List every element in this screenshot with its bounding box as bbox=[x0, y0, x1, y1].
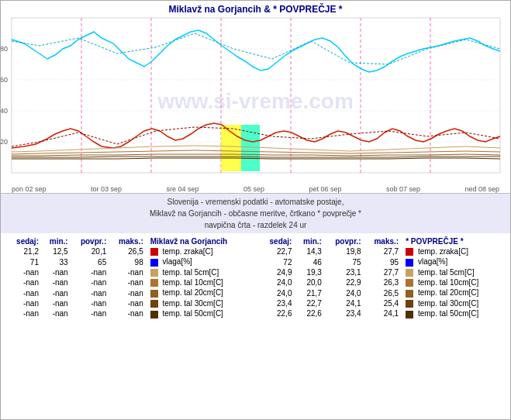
cell-sedaj: 24,0 bbox=[260, 277, 295, 287]
table-row: 71 33 65 98 vlaga[%] bbox=[7, 256, 252, 267]
cell-maks: 25,4 bbox=[364, 298, 402, 308]
table-row: -nan -nan -nan -nan temp. tal 30cm[C] bbox=[7, 298, 252, 308]
cell-min: -nan bbox=[41, 277, 71, 287]
cell-sedaj: 21,2 bbox=[7, 246, 41, 256]
section1-title: Miklavž na Gorjancih bbox=[146, 236, 252, 246]
legend-line3: navpična črta - razdelek 24 ur bbox=[5, 219, 506, 231]
cell-label: vlaga[%] bbox=[146, 256, 252, 267]
label-text: temp. tal 30cm[C] bbox=[418, 299, 478, 308]
cell-min: 33 bbox=[41, 256, 71, 267]
table-row: -nan -nan -nan -nan temp. tal 10cm[C] bbox=[7, 277, 252, 287]
header-povpr-1: povpr.: bbox=[71, 236, 109, 246]
color-box bbox=[406, 300, 413, 308]
cell-min: 21,7 bbox=[294, 287, 323, 298]
cell-maks: 26,5 bbox=[109, 246, 146, 256]
table-row: 24,0 20,0 22,9 26,3 temp. tal 10cm[C] bbox=[260, 277, 505, 287]
section2: sedaj: min.: povpr.: maks.: * POVPREČJE … bbox=[260, 236, 505, 416]
cell-label: temp. zraka[C] bbox=[146, 246, 252, 256]
color-box bbox=[406, 311, 413, 318]
cell-povpr: 65 bbox=[71, 256, 109, 267]
cell-min: 46 bbox=[294, 256, 323, 267]
cell-povpr: 24,1 bbox=[324, 298, 364, 308]
cell-min: -nan bbox=[41, 308, 71, 318]
header-maks-1: maks.: bbox=[109, 236, 146, 246]
label-text: temp. tal 20cm[C] bbox=[418, 288, 478, 297]
cell-maks: 98 bbox=[109, 256, 146, 267]
header-maks-2: maks.: bbox=[364, 236, 402, 246]
table-row: 22,6 22,6 23,4 24,1 temp. tal 50cm[C] bbox=[260, 308, 505, 318]
color-box bbox=[150, 269, 158, 277]
cell-maks: -nan bbox=[109, 298, 146, 308]
label-text: temp. tal 30cm[C] bbox=[163, 299, 223, 308]
color-box bbox=[406, 248, 413, 256]
cell-povpr: 20,1 bbox=[71, 246, 109, 256]
cell-label: temp. tal 50cm[C] bbox=[401, 308, 504, 318]
cell-maks: -nan bbox=[109, 277, 146, 287]
table-row: 21,2 12,5 20,1 26,5 temp. zraka[C] bbox=[7, 246, 252, 256]
cell-label: temp. tal 20cm[C] bbox=[401, 287, 504, 298]
cell-min: 20,0 bbox=[294, 277, 323, 287]
cell-maks: -nan bbox=[109, 287, 146, 298]
label-text: temp. zraka[C] bbox=[163, 247, 213, 256]
color-box bbox=[406, 290, 413, 298]
cell-sedaj: 71 bbox=[7, 256, 41, 267]
label-text: temp. tal 10cm[C] bbox=[418, 278, 478, 287]
legend-line1: Slovenija - vremenski podatki - avtomats… bbox=[5, 196, 506, 208]
cell-min: -nan bbox=[41, 287, 71, 298]
section2-table: sedaj: min.: povpr.: maks.: * POVPREČJE … bbox=[260, 236, 505, 319]
cell-sedaj: -nan bbox=[7, 308, 41, 318]
label-text: vlaga[%] bbox=[163, 257, 192, 266]
cell-min: 22,7 bbox=[294, 298, 323, 308]
table-row: -nan -nan -nan -nan temp. tal 20cm[C] bbox=[7, 287, 252, 298]
cell-sedaj: 24,0 bbox=[260, 287, 295, 298]
cell-sedaj: 22,7 bbox=[260, 246, 295, 256]
label-text: temp. tal 50cm[C] bbox=[163, 309, 223, 318]
cell-sedaj: 23,4 bbox=[260, 298, 295, 308]
cell-min: 12,5 bbox=[41, 246, 71, 256]
label-text: temp. tal 10cm[C] bbox=[163, 278, 223, 287]
table-row: 24,9 19,3 23,1 27,7 temp. tal 5cm[C] bbox=[260, 267, 505, 277]
table-row: -nan -nan -nan -nan temp. tal 50cm[C] bbox=[7, 308, 252, 318]
color-box bbox=[150, 290, 158, 298]
color-box bbox=[150, 279, 158, 287]
table-row: 23,4 22,7 24,1 25,4 temp. tal 30cm[C] bbox=[260, 298, 505, 308]
header-min-2: min.: bbox=[294, 236, 323, 246]
cell-sedaj: -nan bbox=[7, 267, 41, 277]
cell-label: temp. tal 20cm[C] bbox=[146, 287, 252, 298]
cell-povpr: -nan bbox=[71, 267, 109, 277]
cell-povpr: 23,1 bbox=[324, 267, 364, 277]
label-text: temp. zraka[C] bbox=[418, 247, 468, 256]
section1-table: sedaj: min.: povpr.: maks.: Miklavž na G… bbox=[7, 236, 252, 319]
label-text: temp. tal 50cm[C] bbox=[418, 309, 478, 318]
cell-label: temp. tal 5cm[C] bbox=[401, 267, 504, 277]
main-container: Miklavž na Gorjancih & * POVPREČJE * www… bbox=[0, 0, 511, 420]
table-row: -nan -nan -nan -nan temp. tal 5cm[C] bbox=[7, 267, 252, 277]
cell-maks: 24,1 bbox=[364, 308, 402, 318]
color-box bbox=[406, 279, 413, 287]
cell-maks: 27,7 bbox=[364, 267, 402, 277]
cell-povpr: 19,8 bbox=[324, 246, 364, 256]
cell-maks: 26,3 bbox=[364, 277, 402, 287]
cell-sedaj: -nan bbox=[7, 287, 41, 298]
color-box bbox=[150, 300, 158, 308]
color-box bbox=[150, 311, 158, 318]
cell-sedaj: 72 bbox=[260, 256, 295, 267]
table-row: 22,7 14,3 19,8 27,7 temp. zraka[C] bbox=[260, 246, 505, 256]
color-box bbox=[150, 259, 158, 267]
cell-maks: -nan bbox=[109, 308, 146, 318]
section1: sedaj: min.: povpr.: maks.: Miklavž na G… bbox=[7, 236, 252, 416]
cell-maks: 26,5 bbox=[364, 287, 402, 298]
header-sedaj-1: sedaj: bbox=[7, 236, 41, 246]
cell-min: 14,3 bbox=[294, 246, 323, 256]
cell-povpr: 22,9 bbox=[324, 277, 364, 287]
color-box bbox=[406, 259, 413, 267]
color-box bbox=[406, 269, 413, 277]
cell-povpr: 75 bbox=[324, 256, 364, 267]
header-povpr-2: povpr.: bbox=[324, 236, 364, 246]
svg-text:40: 40 bbox=[1, 107, 8, 115]
table-row: 72 46 75 95 vlaga[%] bbox=[260, 256, 505, 267]
legend-area: Slovenija - vremenski podatki - avtomats… bbox=[1, 193, 510, 233]
cell-label: temp. tal 10cm[C] bbox=[401, 277, 504, 287]
chart-svg: 80 60 40 20 bbox=[1, 16, 511, 183]
label-text: vlaga[%] bbox=[418, 257, 447, 266]
